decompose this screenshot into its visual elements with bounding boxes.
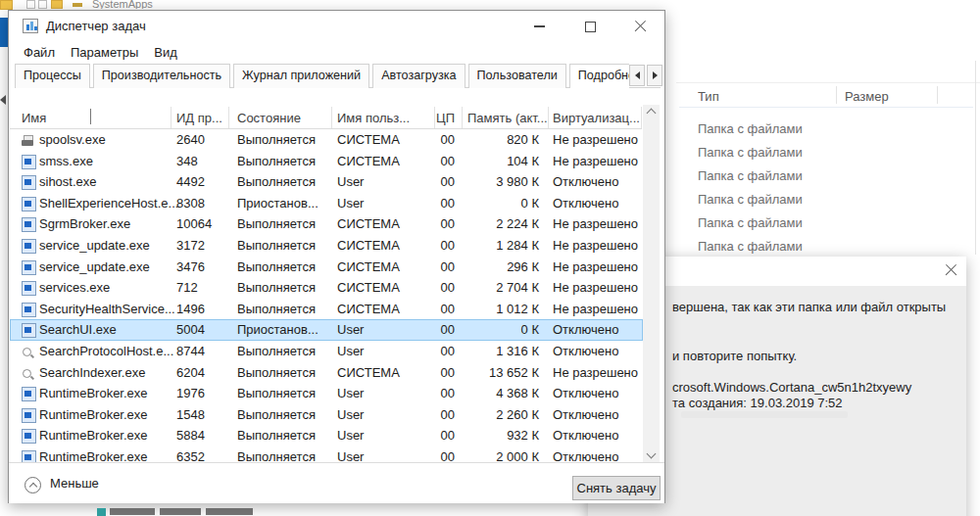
sort-indicator-icon	[90, 109, 97, 116]
process-pid-cell: 6204	[176, 362, 223, 384]
process-row[interactable]: service_update.exe 3476 Выполняется СИСТ…	[10, 257, 643, 278]
column-divider	[836, 86, 837, 104]
maximize-button[interactable]	[564, 11, 615, 42]
explorer-row-type[interactable]: Папка с файлами	[698, 164, 972, 188]
process-name-cell: RuntimeBroker.exe	[39, 383, 148, 404]
vertical-scrollbar[interactable]	[643, 105, 660, 462]
app-icon	[22, 387, 36, 401]
process-memory-cell: 104 К	[431, 151, 539, 172]
process-name-cell: service_update.exe	[39, 257, 150, 278]
close-button[interactable]	[615, 11, 666, 42]
menu-bar: ФайлПараметрыВид	[16, 44, 185, 62]
process-row[interactable]: RuntimeBroker.exe 5884 Выполняется User …	[10, 425, 643, 446]
process-row[interactable]: SecurityHealthService... 1496 Выполняетс…	[10, 299, 643, 320]
process-name-cell: SearchIndexer.exe	[39, 362, 145, 384]
scroll-down-button[interactable]	[643, 446, 660, 462]
minimize-icon	[73, 3, 82, 7]
process-row[interactable]: RuntimeBroker.exe 1548 Выполняется User …	[10, 404, 643, 426]
app-icon	[22, 155, 36, 169]
process-virtualization-cell: Не разрешено	[553, 235, 643, 257]
collapse-pane-icon	[0, 95, 6, 105]
process-name-cell: SearchUI.exe	[39, 319, 117, 341]
app-icon	[22, 197, 36, 211]
process-name-cell: RuntimeBroker.exe	[39, 425, 148, 446]
process-pid-cell: 5004	[176, 319, 223, 341]
close-icon	[634, 20, 648, 33]
process-virtualization-cell: Отключено	[553, 319, 643, 341]
process-row[interactable]: service_update.exe 3172 Выполняется СИСТ…	[10, 235, 643, 257]
explorer-row-type[interactable]: Папка с файлами	[698, 235, 972, 258]
process-status-cell: Приостанов...	[237, 319, 333, 341]
column-header-user[interactable]: Имя польз...	[337, 105, 410, 129]
process-row[interactable]: sihost.exe 4492 Выполняется User 00 3 98…	[10, 171, 643, 193]
process-pid-cell: 4492	[176, 171, 223, 193]
process-memory-cell: 2 704 К	[431, 277, 539, 299]
explorer-column-type[interactable]: Тип	[698, 89, 719, 104]
minimize-button[interactable]	[514, 11, 564, 42]
fewer-details-label[interactable]: Меньше	[50, 476, 99, 491]
tab-журнал приложений[interactable]: Журнал приложений	[233, 64, 369, 88]
explorer-row-type[interactable]: Папка с файлами	[698, 211, 972, 235]
arrow-left-icon	[635, 71, 640, 79]
column-header-memory[interactable]: Память (акт...	[467, 105, 548, 129]
process-row[interactable]: ShellExperienceHost.e... 8308 Приостанов…	[10, 193, 643, 214]
tab-scroll-left-button[interactable]	[629, 65, 645, 86]
process-row[interactable]: RuntimeBroker.exe 6352 Выполняется User …	[10, 446, 643, 462]
process-memory-cell: 13 652 К	[431, 362, 539, 384]
tab-процессы[interactable]: Процессы	[15, 64, 90, 88]
process-memory-cell: 1 316 К	[431, 341, 539, 362]
process-row[interactable]: SearchUI.exe 5004 Приостанов... User 00 …	[10, 319, 643, 341]
column-header-status[interactable]: Состояние	[237, 105, 301, 129]
process-name-cell: SgrmBroker.exe	[39, 213, 130, 235]
menu-item-вид[interactable]: Вид	[146, 44, 185, 62]
process-row[interactable]: spoolsv.exe 2640 Выполняется СИСТЕМА 00 …	[10, 129, 643, 151]
minimize-icon	[534, 25, 545, 27]
app-icon	[22, 408, 36, 423]
process-virtualization-cell: Отключено	[553, 425, 643, 446]
column-divider	[937, 86, 938, 104]
explorer-window-title: SystemApps	[92, 0, 153, 9]
process-row[interactable]: SgrmBroker.exe 10064 Выполняется СИСТЕМА…	[10, 213, 643, 235]
folder-icon	[51, 0, 63, 9]
end-task-button[interactable]: Снять задачу	[572, 476, 661, 500]
process-name-cell: ShellExperienceHost.e...	[39, 193, 178, 214]
scroll-up-button[interactable]	[643, 105, 660, 121]
process-virtualization-cell: Отключено	[553, 446, 643, 462]
toolbar-icon	[26, 0, 35, 9]
tab-подробности[interactable]: Подробности	[569, 64, 629, 88]
menu-item-файл[interactable]: Файл	[16, 44, 63, 62]
explorer-row-type[interactable]: Папка с файлами	[698, 117, 972, 141]
app-icon	[22, 281, 36, 296]
process-row[interactable]: SearchIndexer.exe 6204 Выполняется СИСТЕ…	[10, 362, 643, 384]
process-row[interactable]: services.exe 712 Выполняется СИСТЕМА 00 …	[10, 277, 643, 299]
explorer-column-size[interactable]: Размер	[845, 89, 889, 104]
tab-scroll-right-button[interactable]	[647, 65, 662, 86]
process-row[interactable]: smss.exe 348 Выполняется СИСТЕМА 00 104 …	[10, 151, 643, 172]
chevron-up-icon	[647, 109, 657, 118]
tab-производительность[interactable]: Производительность	[93, 64, 230, 88]
process-row[interactable]: SearchProtocolHost.e... 8744 Выполняется…	[10, 341, 643, 362]
background-item-icon	[97, 508, 106, 516]
column-header-pid[interactable]: ИД пр...	[176, 105, 222, 129]
fewer-details-toggle[interactable]	[24, 477, 41, 493]
app-icon	[22, 217, 36, 232]
process-memory-cell: 2 000 К	[431, 446, 539, 462]
explorer-row-type[interactable]: Папка с файлами	[698, 188, 972, 211]
dialog-close-button[interactable]	[945, 263, 958, 280]
column-header-virtualization[interactable]: Виртуализац...	[553, 105, 640, 129]
process-virtualization-cell: Не разрешено	[553, 213, 643, 235]
process-name-cell: SearchProtocolHost.e...	[39, 341, 173, 362]
process-memory-cell: 820 К	[431, 129, 539, 151]
tab-автозагрузка[interactable]: Автозагрузка	[372, 64, 465, 88]
process-status-cell: Выполняется	[237, 425, 333, 446]
menu-item-параметры[interactable]: Параметры	[63, 44, 146, 62]
arrow-right-icon	[653, 71, 658, 79]
process-status-cell: Выполняется	[237, 383, 333, 404]
process-status-cell: Выполняется	[237, 129, 333, 151]
tab-пользователи[interactable]: Пользователи	[468, 64, 566, 88]
process-pid-cell: 1976	[176, 383, 223, 404]
process-status-cell: Выполняется	[237, 235, 333, 257]
explorer-row-type[interactable]: Папка с файлами	[698, 141, 972, 164]
process-row[interactable]: RuntimeBroker.exe 1976 Выполняется User …	[10, 383, 643, 404]
column-header-name[interactable]: Имя	[22, 105, 46, 129]
